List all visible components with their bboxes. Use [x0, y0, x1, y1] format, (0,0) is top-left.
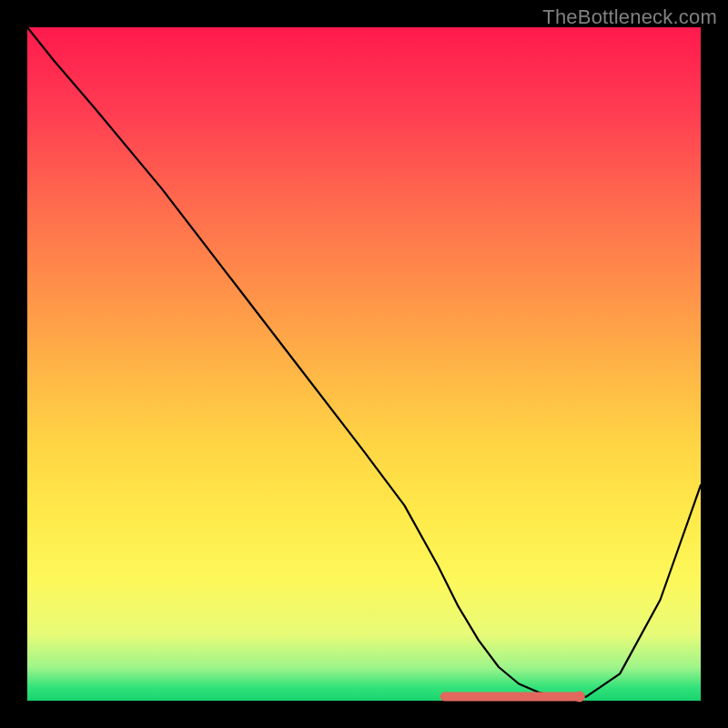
- watermark-text: TheBottleneck.com: [542, 5, 717, 29]
- curve-svg: [27, 27, 701, 701]
- chart-stage: TheBottleneck.com: [0, 0, 728, 728]
- plot-area: [27, 27, 701, 701]
- optimum-marker-end-dot: [574, 692, 585, 703]
- bottleneck-curve: [27, 27, 701, 697]
